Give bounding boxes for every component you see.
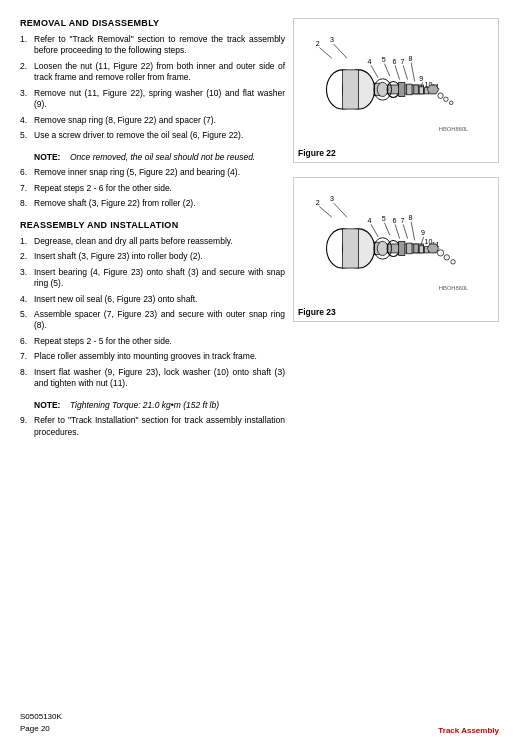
svg-line-20 xyxy=(403,65,407,79)
step-r5: 5. Use a screw driver to remove the oil … xyxy=(20,130,285,141)
svg-point-49 xyxy=(377,241,388,255)
note-a8: NOTE: Tightening Torque: 21.0 kg•m (152 … xyxy=(34,400,285,411)
figure-22-image: 2 3 4 xyxy=(298,25,494,145)
svg-text:8: 8 xyxy=(408,55,412,63)
footer-section: Track Assembly xyxy=(438,726,499,735)
svg-line-51 xyxy=(384,223,389,235)
figure-22-label: Figure 22 xyxy=(298,148,336,158)
svg-rect-18 xyxy=(399,82,405,96)
svg-line-54 xyxy=(395,224,399,238)
figure-23-label: Figure 23 xyxy=(298,307,336,317)
step-r6: 6. Remove inner snap ring (5, Figure 22)… xyxy=(20,167,285,178)
step-r7: 7. Repeat steps 2 - 6 for the other side… xyxy=(20,183,285,194)
step-r3: 3. Remove nut (11, Figure 22), spring wa… xyxy=(20,88,285,111)
step-a1: 1. Degrease, clean and dry all parts bef… xyxy=(20,236,285,247)
step-a9: 9. Refer to "Track Installation" section… xyxy=(20,415,285,438)
footer: S0505130K Page 20 Track Assembly xyxy=(20,703,499,735)
svg-text:5: 5 xyxy=(382,215,386,223)
svg-line-1 xyxy=(319,48,331,59)
svg-line-60 xyxy=(411,222,415,241)
svg-point-33 xyxy=(438,93,443,98)
svg-text:7: 7 xyxy=(400,217,404,225)
page: REMOVAL AND DISASSEMBLY 1. Refer to "Tra… xyxy=(0,0,519,749)
svg-text:2: 2 xyxy=(316,40,320,48)
svg-text:4: 4 xyxy=(367,217,371,225)
svg-line-23 xyxy=(411,63,415,82)
removal-steps-continued: 6. Remove inner snap ring (5, Figure 22)… xyxy=(20,167,285,209)
svg-text:5: 5 xyxy=(382,56,386,64)
right-column: 2 3 4 xyxy=(293,18,499,703)
step-a3: 3. Insert bearing (4, Figure 23) onto sh… xyxy=(20,267,285,290)
figure-23-box: 2 3 4 xyxy=(293,177,499,322)
svg-line-17 xyxy=(395,65,399,79)
footer-left: S0505130K Page 20 xyxy=(20,711,62,735)
step-a2: 2. Insert shaft (3, Figure 23) into roll… xyxy=(20,251,285,262)
step-r4: 4. Remove snap ring (8, Figure 22) and s… xyxy=(20,115,285,126)
step-a8: 8. Insert flat washer (9, Figure 23), lo… xyxy=(20,367,285,390)
svg-rect-61 xyxy=(414,244,418,253)
svg-rect-6 xyxy=(343,70,359,109)
svg-text:3: 3 xyxy=(330,36,334,44)
svg-text:HBOH860L: HBOH860L xyxy=(439,285,469,291)
svg-line-10 xyxy=(371,65,378,77)
svg-point-34 xyxy=(444,97,448,101)
step-r2: 2. Loosen the nut (11, Figure 22) from b… xyxy=(20,61,285,84)
svg-point-72 xyxy=(451,260,455,264)
svg-point-71 xyxy=(444,255,449,260)
step-a4: 4. Insert new oil seal (6, Figure 23) on… xyxy=(20,294,285,305)
footer-page: Page 20 xyxy=(20,723,62,735)
svg-text:2: 2 xyxy=(316,199,320,207)
svg-rect-21 xyxy=(407,84,412,95)
left-column: REMOVAL AND DISASSEMBLY 1. Refer to "Tra… xyxy=(20,18,285,703)
svg-text:9: 9 xyxy=(419,75,423,83)
figure-22-svg: 2 3 4 xyxy=(298,25,494,145)
step-r8: 8. Remove shaft (3, Figure 22) from roll… xyxy=(20,198,285,209)
figure-23-image: 2 3 4 xyxy=(298,184,494,304)
svg-rect-43 xyxy=(343,229,359,268)
step-a6: 6. Repeat steps 2 - 5 for the other side… xyxy=(20,336,285,347)
svg-text:6: 6 xyxy=(392,58,396,66)
svg-text:9: 9 xyxy=(421,229,425,237)
svg-text:8: 8 xyxy=(408,214,412,222)
reassembly-steps: 1. Degrease, clean and dry all parts bef… xyxy=(20,236,285,390)
svg-marker-32 xyxy=(427,85,439,94)
svg-rect-27 xyxy=(419,87,423,94)
svg-rect-58 xyxy=(407,243,412,254)
svg-rect-64 xyxy=(419,246,423,253)
reassembly-title: REASSEMBLY AND INSTALLATION xyxy=(20,220,285,230)
svg-text:4: 4 xyxy=(367,58,371,66)
svg-line-3 xyxy=(334,44,347,58)
svg-point-70 xyxy=(437,250,443,256)
reassembly-section: REASSEMBLY AND INSTALLATION 1. Degrease,… xyxy=(20,220,285,439)
svg-text:7: 7 xyxy=(400,58,404,66)
step-a7: 7. Place roller assembly into mounting g… xyxy=(20,351,285,362)
svg-line-38 xyxy=(319,207,331,218)
reassembly-steps-end: 9. Refer to "Track Installation" section… xyxy=(20,415,285,438)
figure-22-box: 2 3 4 xyxy=(293,18,499,163)
svg-point-12 xyxy=(377,82,388,96)
svg-line-40 xyxy=(334,203,347,217)
footer-code: S0505130K xyxy=(20,711,62,723)
svg-text:HBOH860L: HBOH860L xyxy=(439,126,469,132)
removal-section: REMOVAL AND DISASSEMBLY 1. Refer to "Tra… xyxy=(20,18,285,210)
figure-23-svg: 2 3 4 xyxy=(298,184,494,304)
svg-text:3: 3 xyxy=(330,195,334,203)
svg-line-14 xyxy=(384,64,389,76)
svg-marker-69 xyxy=(427,244,439,253)
note-r5: NOTE: Once removed, the oil seal should … xyxy=(34,152,285,163)
svg-rect-55 xyxy=(399,241,405,255)
svg-text:6: 6 xyxy=(392,217,396,225)
removal-title: REMOVAL AND DISASSEMBLY xyxy=(20,18,285,28)
removal-steps: 1. Refer to "Track Removal" section to r… xyxy=(20,34,285,142)
step-a5: 5. Assemble spacer (7, Figure 23) and se… xyxy=(20,309,285,332)
step-r1: 1. Refer to "Track Removal" section to r… xyxy=(20,34,285,57)
svg-rect-24 xyxy=(414,85,418,94)
content-area: REMOVAL AND DISASSEMBLY 1. Refer to "Tra… xyxy=(20,18,499,703)
svg-point-35 xyxy=(449,101,453,105)
svg-line-57 xyxy=(403,224,407,238)
svg-line-47 xyxy=(371,224,378,236)
